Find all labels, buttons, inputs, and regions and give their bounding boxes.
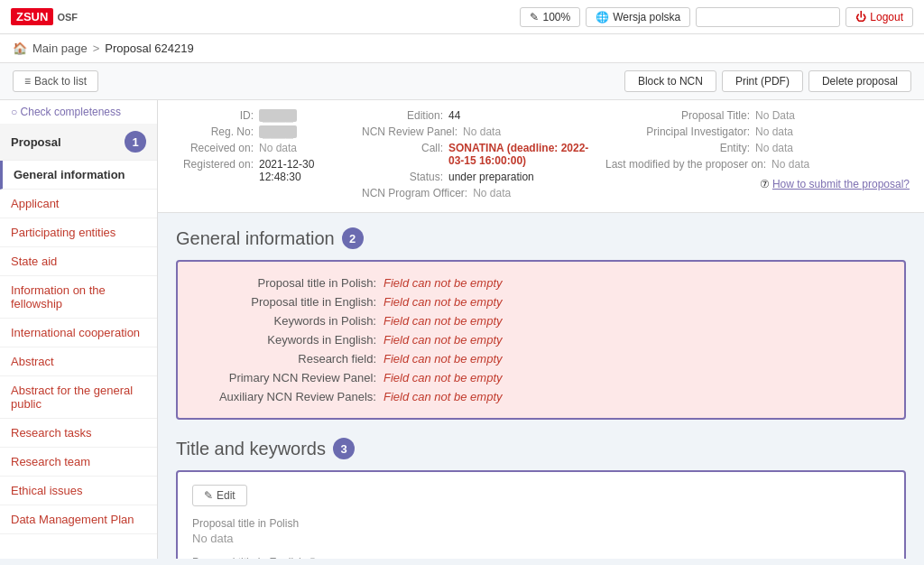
title-keywords-section: ✎ Edit Proposal title in Polish No data … [176,470,906,559]
language-button[interactable]: 🌐 Wersja polska [586,7,690,27]
zoom-icon: ✎ [530,11,539,23]
actionbar: ≡ Back to list Block to NCN Print (PDF) … [0,63,924,100]
sidebar-item-proposal[interactable]: Proposal 1 [0,124,157,161]
error-label-3: Keywords in English: [196,333,376,347]
sidebar-item-international-cooperation[interactable]: International cooperation [0,319,157,347]
status-label: Status: [362,171,443,183]
sidebar-data-management-label: Data Management Plan [11,513,134,526]
error-msg-2: Field can not be empty [383,314,503,328]
sidebar-general-label: General information [14,168,125,181]
sidebar-item-ethical-issues[interactable]: Ethical issues [0,477,157,505]
list-icon: ≡ [24,75,31,88]
error-label-2: Keywords in Polish: [196,314,376,328]
breadcrumb-current: Proposal 624219 [105,42,193,55]
registered-label: Registered on: [172,158,254,183]
info-col-1: ID: ████ Reg. No: ████ Received on: No d… [172,109,353,203]
sidebar-item-abstract[interactable]: Abstract [0,347,157,376]
sidebar-item-applicant[interactable]: Applicant [0,190,157,218]
logout-button[interactable]: ⏻ Logout [845,7,913,27]
reg-value: ████ [259,125,297,138]
edit-button[interactable]: ✎ Edit [192,485,247,506]
sidebar-fellowship-label: Information on the fellowship [11,283,106,310]
status-value: under preparation [448,171,534,183]
sidebar-badge-1: 1 [125,131,146,153]
title-keywords-title: Title and keywords [176,439,326,459]
proposal-title-polish-label: Proposal title in Polish [192,517,890,530]
logo-box: ZSUN [11,8,53,25]
entity-value: No data [755,142,793,154]
received-label: Received on: [172,142,254,154]
call-label: Call: [362,142,443,167]
how-to-link[interactable]: How to submit the proposal? [772,178,910,190]
registered-value: 2021-12-30 12:48:30 [259,158,353,183]
info-ncn-review-row: NCN Review Panel: No data [362,125,596,138]
error-row-4: Research field: Field can not be empty [196,352,886,366]
title-keywords-section-header: Title and keywords 3 [176,438,906,459]
globe-icon: 🌐 [596,11,609,23]
sidebar-item-state-aid[interactable]: State aid [0,247,157,276]
sidebar-ethical-label: Ethical issues [11,484,82,497]
check-completeness[interactable]: ○ Check completeness [0,100,157,124]
ncn-review-value: No data [463,125,501,138]
proposal-title-english-label: Proposal title in English ⑦ [192,556,890,559]
action-buttons: Block to NCN Print (PDF) Delete proposal [624,70,911,92]
back-label: Back to list [34,75,87,88]
sidebar-international-label: International cooperation [11,326,140,339]
info-received-row: Received on: No data [172,142,353,154]
check-label: Check completeness [21,106,121,118]
info-principal-row: Principal Investigator: No data [605,125,910,138]
sidebar-abstract-general-label: Abstract for the general public [11,384,133,411]
info-ncn-program-row: NCN Program Officer: No data [362,187,596,199]
zoom-button[interactable]: ✎ 100% [520,7,580,27]
sidebar-item-abstract-general[interactable]: Abstract for the general public [0,376,157,419]
print-pdf-button[interactable]: Print (PDF) [722,70,803,92]
help-icon: ⑦ [760,178,770,190]
topbar: ZSUN OSF ✎ 100% 🌐 Wersja polska ⏻ Logout [0,0,924,34]
main-content: General information 2 Proposal title in … [158,213,924,559]
error-msg-6: Field can not be empty [383,390,503,403]
error-row-0: Proposal title in Polish: Field can not … [196,276,886,290]
user-input[interactable] [696,7,840,27]
breadcrumb-main-page[interactable]: Main page [32,42,88,55]
general-info-badge: 2 [342,227,364,249]
sidebar-item-data-management[interactable]: Data Management Plan [0,505,157,534]
info-col-2: Edition: 44 NCN Review Panel: No data Ca… [362,109,596,203]
language-label: Wersja polska [613,11,680,23]
sidebar-item-information-fellowship[interactable]: Information on the fellowship [0,276,157,319]
pencil-icon: ✎ [204,489,213,502]
received-value: No data [259,142,297,154]
power-icon: ⏻ [855,11,866,23]
info-edition-row: Edition: 44 [362,109,596,122]
error-label-5: Primary NCN Review Panel: [196,371,376,384]
zoom-value: 100% [542,11,570,23]
sidebar-abstract-label: Abstract [11,355,54,368]
sidebar-research-tasks-label: Research tasks [11,426,92,440]
proposal-title-value: No Data [755,109,795,122]
info-proposal-title-row: Proposal Title: No Data [605,109,910,122]
entity-label: Entity: [605,142,750,154]
info-registered-row: Registered on: 2021-12-30 12:48:30 [172,158,353,183]
sidebar-item-general-information[interactable]: General information [0,161,157,190]
sidebar-item-research-tasks[interactable]: Research tasks [0,419,157,448]
error-row-3: Keywords in English: Field can not be em… [196,333,886,347]
error-msg-4: Field can not be empty [383,352,503,366]
back-to-list-button[interactable]: ≡ Back to list [13,70,98,92]
main-layout: ○ Check completeness Proposal 1 General … [0,100,924,559]
id-label: ID: [172,109,254,122]
delete-proposal-button[interactable]: Delete proposal [808,70,911,92]
check-icon: ○ [11,106,17,118]
sidebar-participating-label: Participating entities [11,226,116,239]
edition-value: 44 [448,109,460,122]
proposal-title-polish-value: No data [192,532,890,545]
sidebar-item-research-team[interactable]: Research team [0,448,157,477]
info-call-row: Call: SONATINA (deadline: 2022-03-15 16:… [362,142,596,167]
block-ncn-button[interactable]: Block to NCN [624,70,716,92]
logout-label: Logout [870,11,903,23]
principal-value: No data [755,125,793,138]
sidebar-proposal-label: Proposal [11,135,61,149]
sidebar-research-team-label: Research team [11,455,90,468]
general-info-section-header: General information 2 [176,227,906,249]
sidebar-item-participating-entities[interactable]: Participating entities [0,218,157,247]
info-status-row: Status: under preparation [362,171,596,183]
last-modified-label: Last modified by the proposer on: [605,158,766,171]
